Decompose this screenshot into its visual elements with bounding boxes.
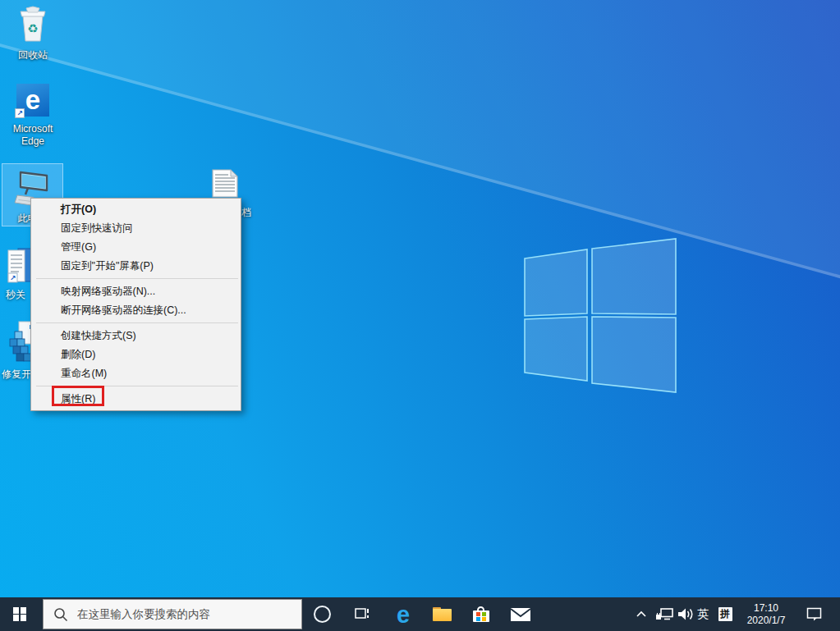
icon-label: 回收站 — [7, 49, 59, 62]
tray-show-hidden-icons[interactable] — [630, 597, 653, 631]
menu-item-delete[interactable]: 删除(D) — [31, 345, 241, 364]
desktop-icon-recycle-bin[interactable]: ♻ 回收站 — [7, 6, 59, 62]
action-center-icon — [806, 607, 823, 621]
menu-item-disconnect-network-drive[interactable]: 断开网络驱动器的连接(C)... — [31, 301, 241, 320]
svg-text:♻: ♻ — [27, 21, 38, 35]
menu-separator — [36, 278, 238, 279]
cortana-icon — [314, 606, 331, 623]
folder-icon — [433, 607, 452, 621]
chevron-up-icon — [636, 610, 647, 618]
annotation-highlight-box — [52, 386, 104, 406]
task-view-button[interactable] — [344, 597, 380, 631]
context-menu: 打开(O) 固定到快速访问 管理(G) 固定到"开始"屏幕(P) 映射网络驱动器… — [30, 198, 241, 411]
search-input[interactable] — [76, 607, 301, 621]
microsoft-store-button[interactable] — [463, 597, 499, 631]
tray-time: 17:10 — [737, 602, 796, 615]
edge-icon: e ↗ — [16, 84, 49, 117]
edge-icon: e — [397, 602, 410, 627]
tray-network-button[interactable] — [653, 597, 676, 631]
ime-icon: 拼 — [718, 607, 732, 621]
network-icon — [655, 607, 674, 621]
speaker-icon — [677, 607, 693, 621]
shortcut-arrow-icon: ↗ — [15, 108, 25, 118]
icon-label: Microsoft Edge — [7, 123, 59, 148]
mail-icon — [510, 607, 531, 622]
task-view-icon — [354, 607, 370, 621]
edge-taskbar-button[interactable]: e — [385, 597, 421, 631]
menu-item-create-shortcut[interactable]: 创建快捷方式(S) — [31, 327, 241, 345]
action-center-button[interactable] — [801, 597, 829, 631]
icon-label: 档 — [241, 206, 251, 220]
icon-label: 修复开 — [2, 368, 31, 382]
tray-language-indicator[interactable]: 英 — [694, 597, 712, 631]
taskbar-search[interactable] — [43, 599, 302, 629]
menu-item-pin-quick-access[interactable]: 固定到快速访问 — [31, 219, 241, 238]
cortana-button[interactable] — [304, 597, 340, 631]
menu-item-manage[interactable]: 管理(G) — [31, 238, 241, 257]
search-icon — [53, 607, 68, 622]
file-explorer-button[interactable] — [424, 597, 460, 631]
menu-item-map-network-drive[interactable]: 映射网络驱动器(N)... — [31, 282, 241, 301]
desktop-icon-document[interactable] — [212, 169, 238, 201]
windows-logo-wallpaper — [524, 237, 677, 394]
icon-label: 秒关 — [6, 288, 25, 302]
tray-ime-indicator[interactable]: 拼 — [714, 597, 736, 631]
menu-item-pin-to-start[interactable]: 固定到"开始"屏幕(P) — [31, 257, 241, 276]
recycle-bin-icon: ♻ — [16, 6, 49, 43]
desktop: ♻ 回收站 e ↗ Microsoft Edge 此电脑 — [0, 0, 840, 631]
store-icon — [473, 606, 489, 622]
svg-text:↗: ↗ — [10, 274, 16, 282]
taskbar: e — [0, 597, 840, 631]
menu-separator — [36, 322, 238, 323]
tray-clock[interactable]: 17:10 2020/1/7 — [737, 597, 796, 631]
start-button[interactable] — [0, 597, 39, 631]
windows-start-icon — [13, 607, 27, 621]
menu-item-rename[interactable]: 重命名(M) — [31, 364, 241, 383]
text-document-icon — [212, 169, 238, 198]
menu-item-open[interactable]: 打开(O) — [31, 200, 241, 219]
desktop-icon-microsoft-edge[interactable]: e ↗ Microsoft Edge — [7, 84, 59, 148]
tray-date: 2020/1/7 — [737, 615, 796, 627]
mail-button[interactable] — [503, 597, 539, 631]
tray-volume-button[interactable] — [674, 597, 695, 631]
